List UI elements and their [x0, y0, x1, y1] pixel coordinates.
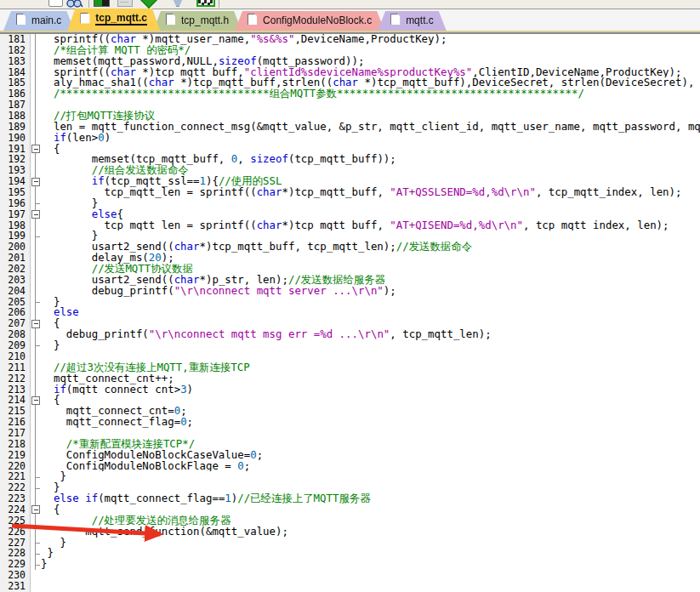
fold-collapse-box[interactable]	[31, 395, 41, 406]
download-target-icon[interactable]	[140, 0, 157, 9]
code-line[interactable]	[41, 351, 700, 362]
code-line[interactable]: delay_ms(20);	[41, 253, 700, 264]
code-line[interactable]: usart2_send((char*)p_str, len);//发送数据给服务…	[41, 275, 700, 286]
code-line[interactable]: }	[41, 559, 700, 570]
disabled-tool-icon[interactable]	[117, 0, 133, 7]
document-icon	[166, 14, 177, 26]
editor-row: 194 if(tcp_mqtt_ssl==1){//使用的SSL	[0, 176, 700, 187]
fold-margin	[31, 275, 41, 286]
code-line[interactable]: memset(tcp_mqtt_buff, 0, sizeof(tcp_mqtt…	[41, 154, 700, 165]
tab-tcp_mqtt-h[interactable]: tcp_mqtt.h	[153, 11, 242, 31]
fold-collapse-box[interactable]	[31, 318, 41, 329]
tab-tcp_mqtt-c[interactable]: tcp_mqtt.c	[67, 9, 160, 31]
tab-main-c[interactable]: main.c	[3, 11, 74, 31]
tab-label: ConfigModuleNoBlock.c	[263, 14, 372, 26]
fold-margin	[31, 373, 41, 384]
fold-margin	[31, 493, 41, 504]
code-line[interactable]: {	[41, 395, 700, 406]
code-line[interactable]: /*组合计算 MQTT 的密码*/	[41, 45, 700, 56]
fold-margin	[31, 231, 41, 242]
code-line[interactable]: ConfigModuleNoBlockFlage = 0;	[41, 461, 700, 472]
code-line[interactable]: else	[41, 307, 700, 318]
code-editor[interactable]: 181 sprintf((char *)mqtt_user_name,"%s&%…	[0, 32, 700, 592]
fold-margin	[31, 570, 41, 581]
code-line[interactable]: }	[41, 198, 700, 209]
code-line[interactable]: //超过3次没有连接上MQTT,重新连接TCP	[41, 362, 700, 373]
fold-margin	[31, 559, 41, 570]
code-line[interactable]: }	[41, 231, 700, 242]
fold-collapse-box[interactable]	[31, 504, 41, 515]
fold-margin	[31, 538, 41, 549]
code-line[interactable]	[41, 570, 700, 581]
code-line[interactable]: memset(mqtt_password,NULL,sizeof(mqtt_pa…	[41, 56, 700, 67]
code-line[interactable]: mqtt_connect_flag=0;	[41, 417, 700, 428]
code-line[interactable]: if(tcp_mqtt_ssl==1){//使用的SSL	[41, 176, 700, 187]
options-for-target-icon[interactable]	[196, 0, 215, 7]
code-line[interactable]: }	[41, 471, 700, 482]
code-line[interactable]: {	[41, 144, 700, 155]
code-line[interactable]: //处理要发送的消息给服务器	[41, 515, 700, 527]
code-line[interactable]: }	[41, 297, 700, 308]
code-line[interactable]	[41, 100, 700, 111]
code-line[interactable]: ConfigModuleNoBlockCaseValue=0;	[41, 450, 700, 461]
fold-margin	[31, 56, 41, 67]
code-line[interactable]: {	[41, 318, 700, 329]
code-line[interactable]: sprintf((char *)mqtt_user_name,"%s&%s",D…	[41, 34, 700, 45]
code-line[interactable]: debug_printf("\r\nconnect mqtt server ..…	[41, 286, 700, 297]
fold-collapse-box[interactable]	[31, 209, 41, 220]
line-number: 195	[0, 187, 31, 198]
code-line[interactable]: else if(mqtt_connect_flag==1)//已经连接上了MQT…	[41, 493, 700, 504]
code-line[interactable]: mqtt_connect_cnt=0;	[41, 406, 700, 417]
editor-row: 204 debug_printf("\r\nconnect mqtt serve…	[0, 286, 700, 297]
editor-row: 195 tcp_mqtt_len = sprintf((char*)tcp_mq…	[0, 187, 700, 198]
document-icon	[248, 14, 259, 26]
code-line[interactable]: usart2_send((char*)tcp_mqtt_buff, tcp_mq…	[41, 242, 700, 253]
code-line[interactable]: //打包MQTT连接协议	[41, 111, 700, 122]
code-line[interactable]: else{	[41, 209, 700, 220]
code-line[interactable]: }	[41, 340, 700, 351]
code-line[interactable]: {	[41, 504, 700, 515]
fold-margin	[31, 461, 41, 472]
code-line[interactable]	[41, 581, 700, 592]
fold-collapse-box[interactable]	[31, 176, 41, 187]
editor-row: 228 }	[0, 548, 700, 559]
code-line[interactable]: /*重新配置模块连接TCP*/	[41, 439, 700, 450]
fold-margin	[31, 362, 41, 373]
fold-collapse-box[interactable]	[31, 144, 41, 155]
tab-label: tcp_mqtt.c	[95, 12, 147, 26]
filter-icon[interactable]	[171, 0, 185, 7]
fold-margin	[31, 45, 41, 56]
document-icon	[16, 14, 27, 26]
code-line[interactable]: mqtt_connect_cnt++;	[41, 373, 700, 384]
code-line[interactable]: }	[41, 538, 700, 549]
code-line[interactable]: if(len>0)	[41, 133, 700, 144]
code-line[interactable]: //组合发送数据命令	[41, 165, 700, 176]
code-line[interactable]: mqtt_send_function(&mqtt_value);	[41, 527, 700, 538]
line-number: 183	[0, 56, 31, 67]
fold-margin	[31, 297, 41, 308]
code-line[interactable]: if(mqtt_connect_cnt>3)	[41, 384, 700, 396]
start-stop-debug-icon[interactable]	[94, 0, 110, 7]
editor-row: 199 }	[0, 231, 700, 242]
code-line[interactable]: aly_hmac_sha1((char *)tcp_mqtt_buff,strl…	[41, 77, 700, 88]
code-line[interactable]	[41, 428, 700, 439]
code-line[interactable]: }	[41, 482, 700, 493]
editor-row: 207 {	[0, 318, 700, 329]
code-line[interactable]: debug_printf("\r\nconnect mqtt msg err =…	[41, 329, 700, 340]
code-line[interactable]: sprintf((char *)tcp_mqtt_buff,"clientId%…	[41, 67, 700, 78]
code-line[interactable]: //发送MQTT协议数据	[41, 264, 700, 275]
editor-row: 222 }	[0, 482, 700, 493]
code-line[interactable]: /*********************************组合MQTT…	[41, 88, 700, 100]
editor-row: 202 //发送MQTT协议数据	[0, 264, 700, 275]
find-in-files-icon[interactable]	[66, 0, 83, 7]
editor-row: 201 delay_ms(20);	[0, 253, 700, 264]
code-line[interactable]: }	[41, 548, 700, 559]
code-line[interactable]: tcp_mqtt_len = sprintf((char*)tcp_mqtt_b…	[41, 187, 700, 198]
fold-margin	[31, 100, 41, 111]
code-line[interactable]: tcp_mqtt_len = sprintf((char*)tcp_mqtt_b…	[41, 220, 700, 231]
find-dropdown[interactable]	[48, 0, 63, 7]
code-line[interactable]: len = mqtt_function_connect_msg(&mqtt_va…	[41, 122, 700, 133]
fold-margin	[31, 122, 41, 133]
tab-mqtt-c[interactable]: mqtt.c	[378, 11, 447, 31]
tab-ConfigModuleNoBlock-c[interactable]: ConfigModuleNoBlock.c	[235, 11, 384, 31]
